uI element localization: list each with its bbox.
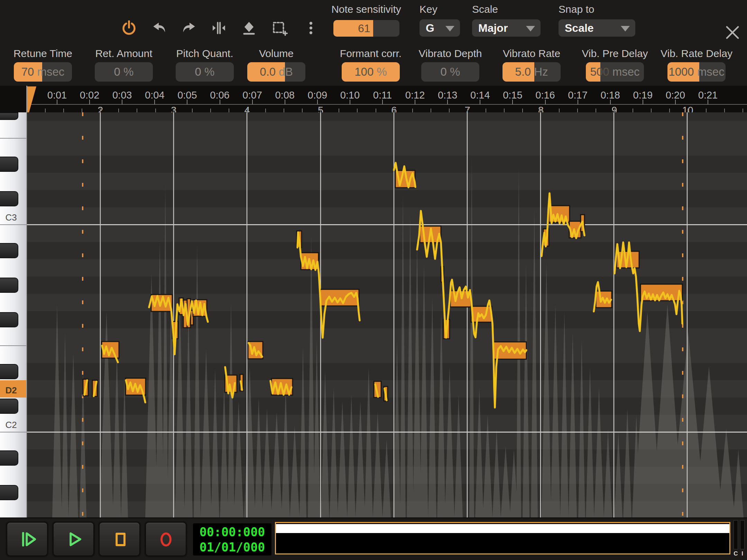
mini-strip-label-i: I [740, 550, 745, 557]
param-slider-vib-rate-delay[interactable]: 1000 msec [667, 62, 726, 82]
scale-dropdown[interactable]: Major [472, 19, 541, 37]
param-label-8: Vib. Rate Delay [652, 48, 741, 60]
ruler-second-tick [578, 100, 578, 104]
param-slider-retune-time[interactable]: 70 msec [14, 62, 72, 82]
black-key[interactable] [0, 450, 18, 466]
ruler-second-tick [285, 100, 285, 104]
ruler-second-tick [154, 100, 155, 104]
ruler-second-tick [545, 100, 546, 104]
param-slider-vibrato-depth[interactable]: 0 % [421, 62, 479, 82]
param-slider-vib-pre-delay[interactable]: 500 msec [586, 62, 644, 82]
piano-key-label-c2: C2 [0, 420, 22, 430]
param-slider-pitch-quant-[interactable]: 0 % [176, 62, 234, 82]
black-key[interactable] [0, 243, 18, 258]
ruler-beat-tick [669, 109, 670, 112]
undo-icon[interactable] [150, 19, 168, 37]
ruler-beat-tick [577, 109, 578, 112]
ruler-beat-tick [504, 109, 505, 112]
mini-strip-c[interactable] [734, 520, 738, 549]
timeline-ruler[interactable]: 0:010:020:030:040:050:060:070:080:090:10… [0, 86, 747, 112]
power-icon[interactable] [120, 19, 138, 37]
ruler-beat-tick [651, 109, 652, 112]
ruler-second-tick [708, 100, 708, 104]
mini-strip-i[interactable] [740, 520, 745, 549]
playhead-marker[interactable] [27, 86, 36, 112]
scale-value: Major [478, 19, 508, 37]
ruler-beat-tick [376, 109, 376, 112]
ruler-beat-tick [522, 109, 523, 112]
param-value: 0 % [421, 62, 479, 82]
overview-played-band [276, 524, 729, 533]
black-key[interactable] [0, 312, 18, 327]
play-from-start-button[interactable] [7, 522, 48, 556]
black-key[interactable] [0, 157, 18, 172]
ruler-beat-tick [394, 109, 395, 112]
ruler-beat-tick [247, 109, 248, 112]
black-key[interactable] [0, 191, 18, 206]
redo-icon[interactable] [181, 19, 198, 37]
ruler-beat-tick [265, 109, 266, 112]
black-key[interactable] [0, 364, 18, 379]
ruler-beat-tick [155, 109, 156, 112]
ruler-beat-tick [192, 109, 193, 112]
ruler-second-tick [57, 100, 57, 104]
ruler-beat-tick [320, 109, 321, 112]
white-key-separator [0, 224, 27, 225]
pitch-grid[interactable] [27, 112, 747, 517]
white-key-separator [0, 138, 27, 139]
ruler-second-tick [350, 100, 350, 104]
split-note-icon[interactable] [210, 19, 227, 37]
param-value: 5.0 Hz [502, 62, 561, 82]
marquee-select-icon[interactable] [271, 19, 288, 37]
ruler-beat-tick [633, 109, 633, 112]
black-key[interactable] [0, 399, 18, 414]
close-icon[interactable] [723, 24, 741, 41]
ruler-second-tick [187, 100, 187, 104]
ruler-second-tick [415, 100, 415, 104]
ruler-beat-tick [724, 109, 725, 112]
note-sensitivity-value: 61 [333, 20, 370, 37]
black-key[interactable] [0, 485, 18, 500]
kebab-menu-icon[interactable] [302, 19, 320, 37]
eraser-icon[interactable] [240, 19, 258, 37]
ruler-beat-tick [688, 109, 688, 112]
chevron-down-icon [526, 26, 535, 31]
record-button[interactable] [145, 522, 186, 556]
stop-button[interactable] [99, 522, 140, 556]
time-display: 00:00:000 01/01/000 [193, 523, 271, 556]
snap-to-dropdown[interactable]: Scale [559, 19, 635, 37]
ruler-beat-tick [82, 109, 82, 112]
chevron-down-icon [621, 26, 630, 31]
play-button[interactable] [53, 522, 94, 556]
black-key[interactable] [0, 278, 18, 293]
ruler-beat-tick [559, 109, 560, 112]
pitch-grid-canvas [27, 112, 747, 517]
ruler-beat-tick [339, 109, 339, 112]
piano-key-label-d2: D2 [0, 385, 22, 396]
song-overview-bar[interactable] [275, 522, 730, 554]
param-slider-ret-amount[interactable]: 0 % [95, 62, 153, 82]
ruler-second-tick [643, 100, 643, 104]
black-key[interactable] [0, 112, 18, 120]
param-slider-volume[interactable]: 0.0 dB [247, 62, 305, 82]
ruler-beat-tick [431, 109, 431, 112]
param-value: 0.0 dB [247, 62, 305, 82]
ruler-beat-tick [743, 109, 743, 112]
param-value: 0 % [95, 62, 153, 82]
param-label-6: Vibrato Rate [487, 48, 577, 60]
param-slider-formant-corr-[interactable]: 100 % [342, 62, 400, 82]
scale-label: Scale [472, 3, 541, 16]
piano-keyboard[interactable]: C3D2C2 [0, 112, 27, 517]
transport-bar: 00:00:000 01/01/000 CI [0, 517, 747, 560]
note-sensitivity-slider[interactable]: 61 [333, 20, 399, 37]
ruler-beat-tick [596, 109, 596, 112]
key-dropdown[interactable]: G [419, 19, 460, 37]
key-value: G [426, 19, 434, 37]
ruler-second-tick [252, 100, 253, 104]
pitch-editor-window: Note sensitivity 61 Key G Scale Major Sn… [0, 0, 747, 560]
param-value: 0 % [176, 62, 234, 82]
param-slider-vibrato-rate[interactable]: 5.0 Hz [502, 62, 561, 82]
ruler-beat-tick [63, 109, 64, 112]
ruler-second-tick [317, 100, 318, 104]
ruler-second-tick [512, 100, 513, 104]
